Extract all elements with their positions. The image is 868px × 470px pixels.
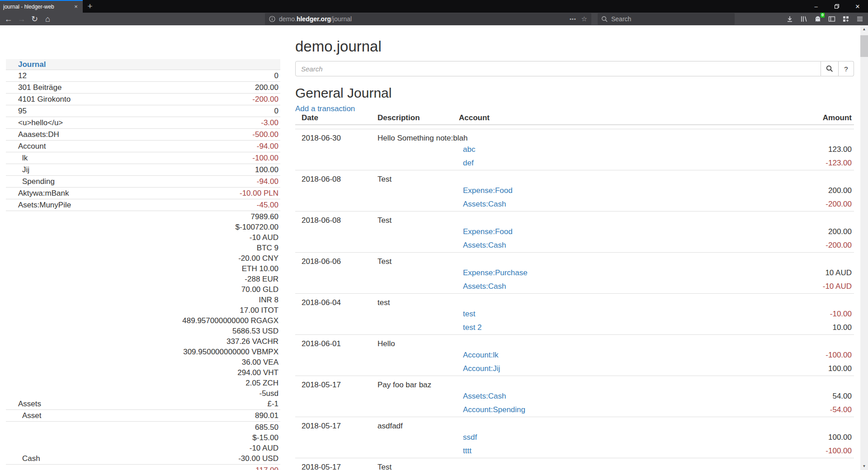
page-actions-icon[interactable]: ••• [570,16,576,22]
account-link[interactable]: Jij [6,164,29,175]
posting-list: abc 123.00 def -123.00 [295,143,852,170]
transaction-title: 2018-06-04 test [295,298,852,307]
balance-amount: -94.00 [257,176,278,187]
posting-account-link[interactable]: test 2 [463,321,482,334]
browser-search-bar[interactable]: Search [598,13,735,25]
scrollbar-down-icon[interactable]: ▼ [860,462,868,470]
scrollbar-up-icon[interactable]: ▲ [860,25,868,33]
balance-amount: 7989.60 [182,212,278,222]
forward-icon[interactable]: → [15,13,28,25]
page-content: Journal 12 0 301 Beiträge 200.00 4101 Gi… [0,25,868,470]
transaction-date: 2018-05-17 [295,381,377,390]
balance-amount: -10 AUD [238,443,278,453]
page-title: demo.journal [295,38,854,55]
posting-account-link[interactable]: test [463,307,475,321]
posting-account-link[interactable]: Account:Spending [463,403,525,417]
home-icon[interactable]: ⌂ [41,13,54,25]
account-row: 95 0 [6,105,280,117]
posting-account-link[interactable]: Assets:Cash [463,280,506,293]
sidebar-journal-link[interactable]: Journal [18,60,46,69]
posting-account-link[interactable]: Expense:Food [463,225,513,239]
sidebar-toggle-icon[interactable] [828,15,836,23]
posting-account-link[interactable]: Expense:Food [463,184,513,197]
posting-list: Expense:Purchase 10 AUD Assets:Cash -10 … [295,266,852,293]
back-icon[interactable]: ← [2,13,15,25]
bookmark-star-icon[interactable]: ☆ [581,15,587,23]
transaction-row[interactable]: 2018-06-04 test test -10.00 test 2 10.00 [295,293,854,334]
transaction-date: 2018-06-04 [295,298,377,307]
account-link[interactable]: 301 Beiträge [6,82,61,93]
posting-indent [295,266,463,280]
account-link[interactable]: Asset [6,410,42,421]
account-row: 301 Beiträge 200.00 [6,81,280,93]
posting-account-link[interactable]: Account:lk [463,348,498,362]
account-link[interactable]: Account [6,141,46,151]
tab-close-icon[interactable]: × [72,3,80,10]
balance-amount: INR 8 [182,295,278,305]
posting-indent [295,197,463,211]
posting-indent [295,184,463,197]
transaction-row[interactable]: 2018-05-17 asdfadf ssdf 100.00 tttt -100… [295,417,854,458]
posting-row: Assets:Cash -200.00 [295,197,852,211]
posting-account-link[interactable]: abc [463,143,475,156]
account-link[interactable]: Assets [6,399,41,409]
account-link[interactable]: Spending [6,176,55,187]
reload-icon[interactable]: ↻ [28,13,41,25]
window-close-icon[interactable]: ✕ [847,0,868,13]
transaction-row[interactable]: 2018-06-01 Hello Account:lk -100.00 Acco… [295,334,854,376]
menu-hamburger-icon[interactable] [856,15,864,23]
transaction-title: 2018-06-08 Test [295,216,852,225]
balance-amount: 0 [274,106,278,116]
balance-amount: -3.00 [261,118,278,128]
window-restore-icon[interactable] [826,0,847,13]
posting-account-link[interactable]: Assets:Cash [463,390,506,403]
posting-account-link[interactable]: ssdf [463,431,477,444]
posting-account-link[interactable]: tttt [463,444,472,458]
account-link[interactable]: 95 [6,106,27,116]
scrollbar-thumb[interactable] [860,35,868,57]
account-link[interactable]: <u>hello</u> [6,118,63,128]
posting-amount: -10.00 [830,307,852,321]
transaction-title: 2018-05-17 Pay foo bar baz [295,381,852,390]
account-link[interactable]: Cash [6,453,40,464]
transaction-row[interactable]: 2018-05-17 Test [295,458,854,470]
posting-account-link[interactable]: Account:Jij [463,362,500,376]
account-link[interactable]: lk [6,153,28,163]
add-transaction-link[interactable]: Add a transaction [295,105,355,113]
account-link[interactable]: Aaasets:DH [6,129,59,140]
account-link[interactable]: Aktywa:mBank [6,188,69,198]
library-icon[interactable] [800,15,808,23]
browser-tab-bar: journal - hledger-web × + – ✕ [0,0,868,13]
journal-search-input[interactable] [295,61,821,76]
posting-list: Expense:Food 200.00 Assets:Cash -200.00 [295,184,852,211]
site-info-icon[interactable] [269,16,275,22]
posting-row: Expense:Food 200.00 [295,225,852,239]
posting-account-link[interactable]: Expense:Purchase [463,266,528,280]
account-link[interactable]: 4101 Girokonto [6,94,71,104]
posting-row: Expense:Purchase 10 AUD [295,266,852,280]
posting-account-link[interactable]: Assets:Cash [463,239,506,252]
transaction-row[interactable]: 2018-06-08 Test Expense:Food 200.00 Asse… [295,211,854,252]
journal-help-button[interactable]: ? [839,61,854,76]
extensions-grid-icon[interactable] [842,15,850,23]
balance-amount: -200.00 [252,94,278,104]
transaction-row[interactable]: 2018-06-06 Test Expense:Purchase 10 AUD … [295,252,854,293]
journal-search-button[interactable] [821,61,839,76]
posting-list: Assets:Cash 54.00 Account:Spending -54.0… [295,390,852,417]
posting-account-link[interactable]: def [463,156,474,170]
account-link[interactable]: Asets:MunyPile [6,200,71,210]
account-link[interactable]: 12 [6,70,27,81]
page-scrollbar[interactable]: ▲ ▼ [860,25,868,470]
browser-tab-active[interactable]: journal - hledger-web × [0,0,83,13]
extension-ghost-icon[interactable]: 0 [814,15,822,23]
new-tab-button[interactable]: + [83,0,97,13]
posting-row: test -10.00 [295,307,852,321]
download-icon[interactable] [786,15,794,23]
url-bar[interactable]: demo.hledger.org/journal ••• ☆ [265,13,591,25]
window-minimize-icon[interactable]: – [806,0,826,13]
transaction-row[interactable]: 2018-05-17 Pay foo bar baz Assets:Cash 5… [295,376,854,417]
transaction-row[interactable]: 2018-06-30 Hello Something note:blah abc… [295,129,854,170]
transaction-row[interactable]: 2018-06-08 Test Expense:Food 200.00 Asse… [295,170,854,211]
posting-account-link[interactable]: Assets:Cash [463,197,506,211]
balance-amount: -10.00 PLN [240,188,278,198]
